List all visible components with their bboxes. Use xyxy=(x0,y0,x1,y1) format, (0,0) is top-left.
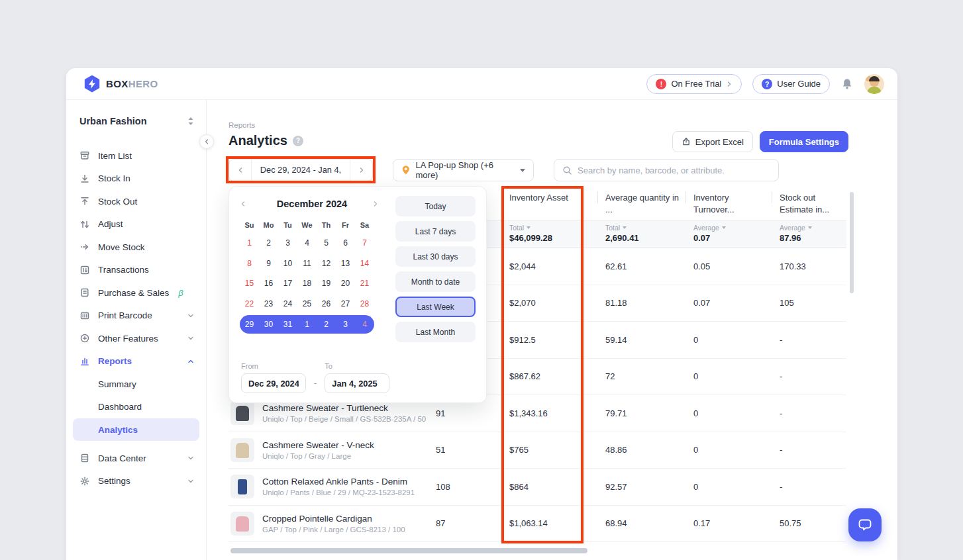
weekday-label: Su xyxy=(240,217,259,233)
aggregation-dropdown[interactable]: Total xyxy=(509,224,592,232)
calendar-prev-month-button[interactable] xyxy=(240,201,252,207)
calendar-day[interactable]: 6 xyxy=(336,233,355,254)
sidebar-item-item-list[interactable]: Item List xyxy=(66,144,206,167)
calendar-day[interactable]: 19 xyxy=(317,273,336,294)
horizontal-scrollbar[interactable] xyxy=(230,548,587,553)
calendar-day[interactable]: 15 xyxy=(240,273,259,294)
quick-range-last-month[interactable]: Last Month xyxy=(395,322,476,342)
calendar-day[interactable]: 23 xyxy=(259,294,278,314)
team-switcher[interactable]: Urban Fashion xyxy=(66,112,206,130)
calendar-day[interactable]: 1 xyxy=(240,233,259,254)
calendar-day[interactable]: 11 xyxy=(297,254,317,274)
search-input[interactable] xyxy=(578,165,770,175)
cell-average-quantity: 62.61 xyxy=(597,248,685,285)
user-avatar[interactable] xyxy=(864,74,884,94)
calendar-day[interactable]: 9 xyxy=(259,254,278,274)
calendar-day[interactable]: 18 xyxy=(297,273,317,294)
cell-inventory-turnover: 0.05 xyxy=(685,248,772,285)
calendar-day[interactable]: 7 xyxy=(355,233,374,254)
sidebar-item-stock-in[interactable]: Stock In xyxy=(66,167,206,191)
calendar-day-selected[interactable]: 29 xyxy=(240,315,259,334)
sidebar-item-label: Data Center xyxy=(98,453,146,463)
table-row[interactable]: Cotton Relaxed Ankle Pants - Denim Uniql… xyxy=(228,469,846,506)
calendar-day-selected[interactable]: 1 xyxy=(297,315,317,334)
aggregation-dropdown[interactable]: Average xyxy=(693,224,766,232)
calendar-day[interactable]: 21 xyxy=(355,273,374,294)
aggregation-dropdown[interactable]: Average xyxy=(780,224,841,232)
cell-average-quantity: 68.94 xyxy=(597,506,685,542)
calendar-day[interactable]: 2 xyxy=(259,233,278,254)
calendar-day[interactable]: 5 xyxy=(317,233,336,254)
sidebar-item-analytics[interactable]: Analytics xyxy=(73,418,199,441)
table-row[interactable]: Cropped Pointelle Cardigan GAP / Top / P… xyxy=(228,506,846,543)
sidebar-item-stock-out[interactable]: Stock Out xyxy=(66,190,206,213)
date-next-button[interactable] xyxy=(350,160,372,181)
sidebar-collapse-button[interactable] xyxy=(199,134,214,149)
box-icon xyxy=(79,150,90,161)
cell-stockout-estimate: 50.75 xyxy=(772,506,846,542)
sidebar-item-print-barcode[interactable]: Print Barcode xyxy=(66,304,206,328)
vertical-scrollbar[interactable] xyxy=(850,192,854,293)
calendar-day[interactable]: 13 xyxy=(336,254,355,274)
sidebar-item-other-features[interactable]: Other Features xyxy=(66,327,206,350)
calendar-day[interactable]: 17 xyxy=(278,273,297,294)
formula-settings-button[interactable]: Formula Settings xyxy=(760,131,848,152)
sidebar-item-purchase-sales[interactable]: Purchase & Sales β xyxy=(66,281,206,304)
calendar-day-selected[interactable]: 30 xyxy=(259,315,278,334)
product-name: Cotton Relaxed Ankle Pants - Denim xyxy=(262,477,415,487)
calendar-day[interactable]: 27 xyxy=(336,294,355,314)
calendar-day[interactable]: 16 xyxy=(259,273,278,294)
quick-range-month-to-date[interactable]: Month to date xyxy=(395,271,476,292)
sidebar-item-settings[interactable]: Settings xyxy=(66,470,206,493)
calendar-day[interactable]: 4 xyxy=(297,233,317,254)
help-icon[interactable]: ? xyxy=(293,136,303,146)
date-range-value[interactable]: Dec 29, 2024 - Jan 4, 2025 xyxy=(251,160,350,181)
aggregation-dropdown[interactable]: Total xyxy=(605,224,680,232)
calendar-day[interactable]: 8 xyxy=(240,254,259,274)
column-header-inventory-turnover[interactable]: Inventory Turnover... xyxy=(685,187,772,220)
boxhero-logo[interactable]: BOXHERO xyxy=(83,75,158,93)
calendar-day[interactable]: 25 xyxy=(297,294,317,314)
to-date-input[interactable] xyxy=(325,373,389,393)
calendar-day[interactable]: 12 xyxy=(317,254,336,274)
quick-range-today[interactable]: Today xyxy=(395,196,476,216)
calendar-day-selected[interactable]: 4 xyxy=(355,315,374,334)
chat-widget-button[interactable] xyxy=(848,508,882,541)
calendar-day[interactable]: 28 xyxy=(355,294,374,314)
from-date-input[interactable] xyxy=(241,373,306,393)
calendar-day-selected[interactable]: 3 xyxy=(336,315,355,334)
calendar-day[interactable]: 14 xyxy=(355,254,374,274)
sidebar-item-transactions[interactable]: Transactions xyxy=(66,259,206,282)
calendar-day-selected[interactable]: 31 xyxy=(278,315,297,334)
table-row[interactable]: Cashmere Sweater - V-neck Uniqlo / Top /… xyxy=(228,432,846,469)
cell-inventory-turnover: 0 xyxy=(685,469,772,505)
sidebar-item-summary[interactable]: Summary xyxy=(66,373,206,396)
column-header-inventory-asset[interactable]: Inventory Asset xyxy=(501,187,597,220)
quick-range-last-7-days[interactable]: Last 7 days xyxy=(395,221,476,242)
location-filter-dropdown[interactable]: LA Pop-up Shop (+6 more) xyxy=(393,159,534,181)
sidebar-item-dashboard[interactable]: Dashboard xyxy=(66,396,206,419)
date-prev-button[interactable] xyxy=(229,160,251,181)
bell-icon[interactable] xyxy=(840,77,854,91)
free-trial-button[interactable]: ! On Free Trial xyxy=(646,74,742,94)
cell-inventory-turnover: 0 xyxy=(685,432,772,469)
sidebar-item-move-stock[interactable]: Move Stock xyxy=(66,236,206,259)
calendar-day[interactable]: 22 xyxy=(240,294,259,314)
sidebar-item-reports[interactable]: Reports xyxy=(66,350,206,373)
calendar-next-month-button[interactable] xyxy=(372,201,384,207)
calendar-day[interactable]: 20 xyxy=(336,273,355,294)
quick-range-last-30-days[interactable]: Last 30 days xyxy=(395,246,476,267)
column-header-average-quantity[interactable]: Average quantity in ... xyxy=(597,187,685,220)
calendar-day-selected[interactable]: 2 xyxy=(317,315,336,334)
calendar-day[interactable]: 10 xyxy=(278,254,297,274)
quick-range-last-week[interactable]: Last Week xyxy=(395,297,476,317)
calendar-day[interactable]: 26 xyxy=(317,294,336,314)
calendar-day[interactable]: 3 xyxy=(278,233,297,254)
sidebar-item-adjust[interactable]: Adjust xyxy=(66,213,206,236)
sidebar-item-data-center[interactable]: Data Center xyxy=(66,447,206,470)
user-guide-button[interactable]: ? User Guide xyxy=(752,74,830,94)
calendar-day[interactable]: 24 xyxy=(278,294,297,314)
export-excel-button[interactable]: Export Excel xyxy=(672,131,753,152)
summary-value: 0.07 xyxy=(693,233,766,243)
column-header-stockout-estimate[interactable]: Stock out Estimate in... xyxy=(772,187,846,220)
